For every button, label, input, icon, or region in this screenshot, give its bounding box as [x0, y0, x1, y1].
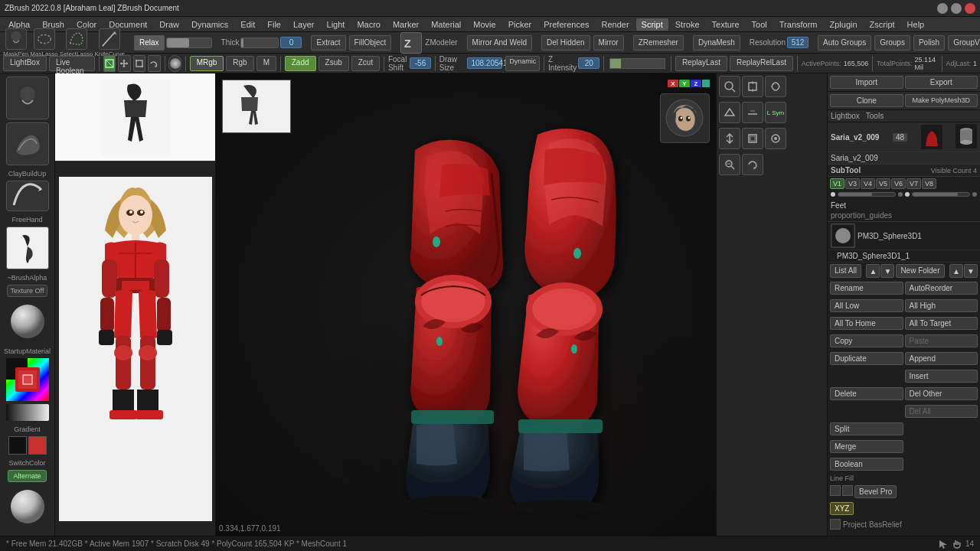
close-button[interactable] [965, 3, 975, 14]
z-intensity-bar[interactable] [609, 58, 665, 69]
rename-button[interactable]: Rename [830, 282, 903, 295]
maspen-tool[interactable]: MaskPen [3, 28, 28, 57]
pm3d-sphere-item2[interactable]: PM3D_Sphere3D1_1 [828, 250, 980, 262]
mirror-button[interactable]: Mirror And Weld [467, 35, 533, 51]
liveboolean-button[interactable]: Live Boolean [49, 56, 95, 71]
brush-circle-icon[interactable] [168, 55, 181, 72]
menu-texture[interactable]: Texture [707, 18, 745, 31]
menu-stroke[interactable]: Stroke [670, 18, 705, 31]
brushalpha-swatch[interactable] [6, 227, 49, 269]
menu-layer[interactable]: Layer [288, 18, 320, 31]
slider1[interactable] [838, 192, 896, 197]
material-sphere[interactable] [6, 300, 49, 343]
alternate-button[interactable]: Alternate [8, 470, 46, 482]
menu-macro[interactable]: Macro [351, 18, 386, 31]
claybuildup-brush-icon[interactable] [6, 122, 49, 165]
autoreorder-button[interactable]: AutoReorder [905, 282, 978, 295]
frame-icon[interactable] [742, 128, 763, 149]
duplicate-button[interactable]: Duplicate [830, 352, 903, 365]
insert-button[interactable]: Insert [905, 370, 978, 383]
dynamic-icon[interactable] [765, 76, 786, 97]
bevel-pro-button[interactable]: Bevel Pro [854, 485, 897, 498]
menu-light[interactable]: Light [322, 18, 351, 31]
relax-button[interactable]: Relax [134, 35, 165, 51]
maximize-button[interactable] [951, 3, 962, 14]
autogroups-button[interactable]: Auto Groups [818, 35, 871, 51]
zremesher-button[interactable]: ZRemesher [633, 35, 684, 51]
bevel-checkbox1[interactable] [830, 485, 841, 496]
append-button[interactable]: Append [905, 352, 978, 365]
fillobject-button[interactable]: FillObject [349, 35, 392, 51]
move-button[interactable] [118, 55, 131, 72]
relax-slider[interactable] [166, 37, 212, 48]
maspen-brush-icon[interactable] [6, 77, 49, 119]
polish-button[interactable]: Polish [913, 35, 945, 51]
v8-button[interactable]: V8 [922, 178, 936, 189]
zmodeler-tool[interactable]: Z [400, 32, 422, 54]
zcut-button[interactable]: Zcut [351, 56, 380, 71]
new-folder-down-button[interactable]: ▼ [964, 264, 978, 278]
export-button[interactable]: Export [905, 76, 978, 89]
masslasso-tool[interactable]: MasLasso [30, 28, 57, 57]
zsub-button[interactable]: Zsub [318, 56, 349, 71]
menu-render[interactable]: Render [596, 18, 635, 31]
persp-icon[interactable] [719, 102, 740, 123]
menu-material[interactable]: Material [426, 18, 466, 31]
rgb-button[interactable]: Rgb [226, 56, 253, 71]
v5-button[interactable]: V5 [876, 178, 890, 189]
menu-file[interactable]: File [262, 18, 286, 31]
clone-button[interactable]: Clone [830, 94, 903, 107]
v6-button[interactable]: V6 [891, 178, 906, 189]
groups-button[interactable]: Groups [874, 35, 910, 51]
selectlasso-tool[interactable]: SelectLasso [60, 28, 93, 57]
list-up-button[interactable]: ▲ [866, 264, 880, 278]
list-all-button[interactable]: List All [830, 264, 861, 278]
replayrellast-button[interactable]: ReplayRelLast [730, 56, 793, 71]
slider2[interactable] [912, 192, 970, 197]
m-button[interactable]: M [256, 56, 276, 71]
dynamic-button[interactable]: Dynamic [505, 56, 540, 71]
lightbox-button[interactable]: LightBox [3, 56, 47, 71]
all-to-target-button[interactable]: All To Target [905, 317, 978, 330]
gradient-swatch[interactable] [6, 404, 49, 421]
all-low-button[interactable]: All Low [830, 299, 903, 312]
scale-button[interactable] [133, 55, 146, 72]
mirror2-button[interactable]: Mirror [593, 35, 624, 51]
move-floor-icon[interactable] [765, 128, 786, 149]
menu-tool[interactable]: Tool [746, 18, 773, 31]
thick-slider[interactable] [240, 37, 279, 48]
zoomcap-icon[interactable] [719, 154, 740, 175]
actual-tool-icon[interactable] [742, 76, 763, 97]
v7-button[interactable]: V7 [906, 178, 921, 189]
pm3d-sphere-item[interactable]: PM3D_Sphere3D1 [828, 222, 980, 250]
zoom-tool-icon[interactable] [719, 76, 740, 97]
rotate-button[interactable] [148, 55, 161, 72]
material-sphere-bottom[interactable] [6, 485, 49, 528]
del-other-button[interactable]: Del Other [905, 387, 978, 400]
v3-button[interactable]: V3 [845, 178, 860, 189]
menu-picker[interactable]: Picker [503, 18, 537, 31]
import-button[interactable]: Import [830, 76, 903, 89]
xyz-button[interactable]: XYZ [830, 502, 854, 515]
scroll-icon[interactable] [719, 128, 740, 149]
copy-button[interactable]: Copy [830, 334, 903, 347]
menu-draw[interactable]: Draw [154, 18, 185, 31]
del-all-button[interactable]: Del All [905, 405, 978, 418]
list-down-button[interactable]: ▼ [880, 264, 894, 278]
knifecurve-tool[interactable]: KnifeCurve [94, 28, 125, 57]
makepolymesh-button[interactable]: Make PolyMesh3D [905, 94, 978, 107]
v4-button[interactable]: V4 [861, 178, 875, 189]
menu-preferences[interactable]: Preferences [538, 18, 594, 31]
draw-mode-button[interactable] [103, 55, 116, 72]
viewport[interactable]: X Y Z [216, 73, 716, 536]
menu-script[interactable]: Script [636, 18, 668, 31]
menu-edit[interactable]: Edit [235, 18, 260, 31]
menu-zplugin[interactable]: Zplugin [825, 18, 863, 31]
color-swatch-container[interactable] [6, 358, 49, 401]
v1-button[interactable]: V1 [830, 178, 844, 189]
menu-dynamics[interactable]: Dynamics [186, 18, 234, 31]
groupvisible-button[interactable]: GroupVisible [948, 35, 980, 51]
menu-help[interactable]: Help [902, 18, 930, 31]
freehand-brush-icon[interactable] [6, 181, 49, 211]
texture-toggle[interactable]: Texture Off [7, 285, 48, 297]
